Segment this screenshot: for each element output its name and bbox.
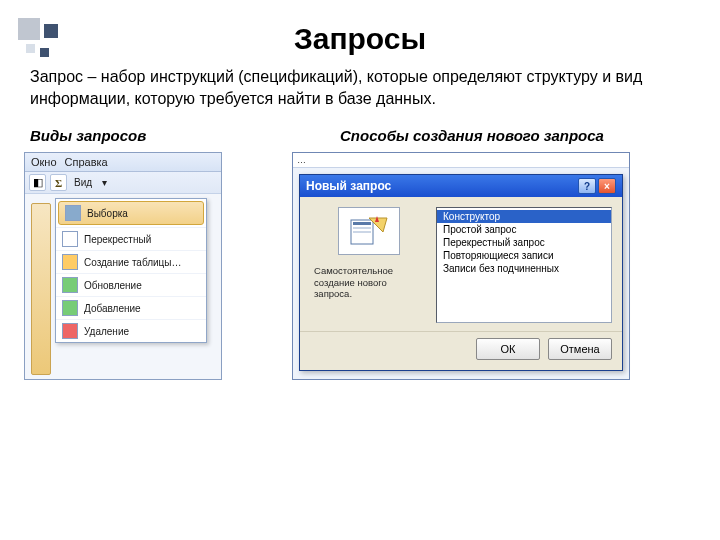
view-menu[interactable]: Вид <box>71 174 95 190</box>
select-query-icon <box>65 205 81 221</box>
delete-query-icon <box>62 323 78 339</box>
query-types-screenshot: Окно Справка ◧ Σ Вид ▾ Выборка Перекрест… <box>24 152 222 380</box>
parent-window-toolbar: … <box>293 153 629 168</box>
dialog-illustration <box>338 207 400 255</box>
new-query-window: … Новый запрос ? × <box>292 152 630 380</box>
list-item[interactable]: Конструктор <box>437 210 611 223</box>
query-types-list: Выборка Перекрестный Создание таблицы… О… <box>55 198 207 343</box>
list-item[interactable]: Повторяющиеся записи <box>437 249 611 262</box>
toolbar-hint: … <box>297 155 306 165</box>
list-item[interactable]: Перекрестный <box>56 227 206 250</box>
list-item[interactable]: Простой запрос <box>437 223 611 236</box>
list-item[interactable]: Удаление <box>56 319 206 342</box>
subhead-create-methods: Способы создания нового запроса <box>330 127 690 144</box>
help-icon[interactable]: ? <box>578 178 596 194</box>
sigma-icon[interactable]: Σ <box>50 174 67 191</box>
cancel-button[interactable]: Отмена <box>548 338 612 360</box>
dialog-title-text: Новый запрос <box>306 179 391 193</box>
new-query-dialog: Новый запрос ? × <box>299 174 623 371</box>
list-item[interactable]: Выборка <box>58 201 204 225</box>
toolbar-icon[interactable]: ◧ <box>29 174 46 191</box>
menu-window[interactable]: Окно <box>29 156 59 168</box>
subhead-query-types: Виды запросов <box>30 127 330 144</box>
crosstab-query-icon <box>62 231 78 247</box>
maketable-query-icon <box>62 254 78 270</box>
dialog-description: Самостоятельное создание нового запроса. <box>314 265 424 299</box>
svg-rect-3 <box>353 231 371 233</box>
page-title: Запросы <box>0 22 720 56</box>
vertical-highlight <box>31 203 51 375</box>
list-item[interactable]: Обновление <box>56 273 206 296</box>
append-query-icon <box>62 300 78 316</box>
dialog-titlebar: Новый запрос ? × <box>300 175 622 197</box>
definition-text: Запрос – набор инструкций (спецификаций)… <box>30 66 690 109</box>
ok-button[interactable]: ОК <box>476 338 540 360</box>
menu-help[interactable]: Справка <box>63 156 110 168</box>
list-item[interactable]: Записи без подчиненных <box>437 262 611 275</box>
chevron-down-icon[interactable]: ▾ <box>99 174 110 190</box>
svg-rect-2 <box>353 227 371 229</box>
close-icon[interactable]: × <box>598 178 616 194</box>
svg-rect-1 <box>353 222 371 225</box>
list-item[interactable]: Добавление <box>56 296 206 319</box>
list-item[interactable]: Создание таблицы… <box>56 250 206 273</box>
dialog-option-list[interactable]: Конструктор Простой запрос Перекрестный … <box>436 207 612 323</box>
slide-corner-decor <box>18 18 64 64</box>
list-item[interactable]: Перекрестный запрос <box>437 236 611 249</box>
update-query-icon <box>62 277 78 293</box>
